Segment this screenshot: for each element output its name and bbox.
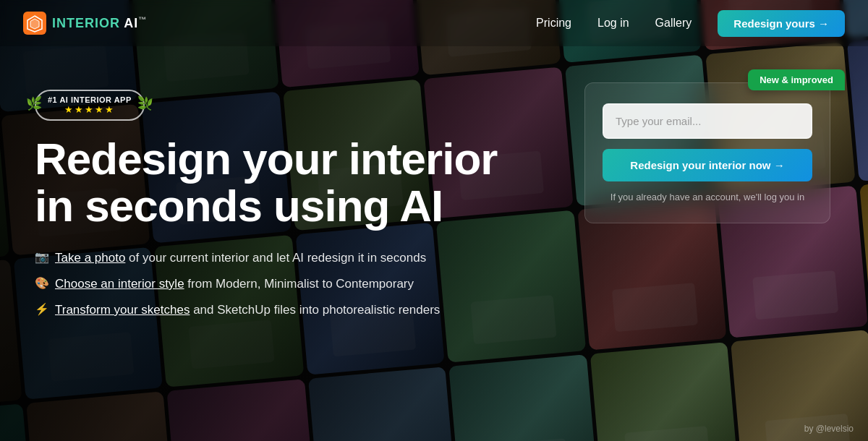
navbar: INTERIOR AI™ Pricing Log in Gallery Rede… [0,0,868,46]
logo-trademark: ™ [138,15,147,24]
signup-column: New & improved Redesign your interior no… [584,75,830,223]
hero-left-column: #1 AI Interior App ★★★★★ Redesign your i… [35,75,556,319]
hero-headline: Redesign your interior in seconds using … [35,135,556,229]
signup-card: Redesign your interior now → If you alre… [584,82,830,223]
logo-ai: AI [120,16,138,30]
feature-sketch-text: Transform your sketches and SketchUp fil… [55,301,440,319]
signin-note: If you already have an account, we'll lo… [603,192,812,202]
nav-links: Pricing Log in Gallery Redesign yours → [536,10,845,37]
feature-item-photo: 📷 Take a photo of your current interior … [35,249,556,267]
palette-icon: 🎨 [35,275,49,291]
logo-text: INTERIOR AI™ [52,15,147,31]
award-badge: #1 AI Interior App ★★★★★ [35,90,145,121]
feature-item-style: 🎨 Choose an interior style from Modern, … [35,275,556,293]
lightning-icon: ⚡ [35,301,49,317]
camera-icon: 📷 [35,249,49,265]
feature-photo-link[interactable]: Take a photo [55,251,125,265]
feature-style-text: Choose an interior style from Modern, Mi… [55,275,414,293]
nav-gallery[interactable]: Gallery [655,17,692,30]
feature-style-link[interactable]: Choose an interior style [55,277,184,291]
award-badge-area: #1 AI Interior App ★★★★★ [35,90,556,121]
headline-line2: in seconds using AI [35,181,443,231]
feature-sketch-link[interactable]: Transform your sketches [55,303,190,317]
redesign-now-button[interactable]: Redesign your interior now → [603,149,812,181]
new-badge-container: New & improved [748,69,845,90]
email-input[interactable] [603,103,812,139]
main-content: #1 AI Interior App ★★★★★ Redesign your i… [0,46,868,441]
svg-marker-2 [30,19,39,29]
new-improved-badge: New & improved [748,69,845,90]
nav-pricing[interactable]: Pricing [536,17,571,30]
headline-line1: Redesign your interior [35,134,497,184]
feature-photo-text: Take a photo of your current interior an… [55,249,426,267]
award-title: #1 AI Interior App [48,95,132,104]
logo-area: INTERIOR AI™ [23,12,536,35]
features-list: 📷 Take a photo of your current interior … [35,249,556,318]
logo-icon [23,12,46,35]
nav-login[interactable]: Log in [597,17,629,30]
award-stars: ★★★★★ [64,104,115,115]
logo-interior: INTERIOR [52,16,120,30]
attribution: by @levelsio [804,424,854,434]
navbar-cta-button[interactable]: Redesign yours → [718,10,845,37]
feature-item-sketch: ⚡ Transform your sketches and SketchUp f… [35,301,556,319]
